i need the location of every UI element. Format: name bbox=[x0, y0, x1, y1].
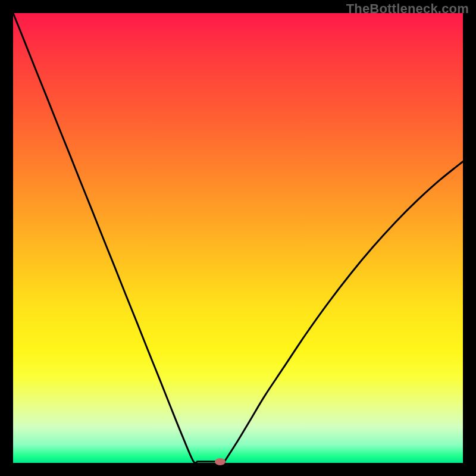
bottleneck-curve bbox=[13, 13, 463, 463]
curve-svg bbox=[13, 13, 463, 463]
plot-area bbox=[13, 13, 463, 463]
min-marker bbox=[215, 458, 226, 465]
chart-frame: TheBottleneck.com bbox=[0, 0, 476, 476]
